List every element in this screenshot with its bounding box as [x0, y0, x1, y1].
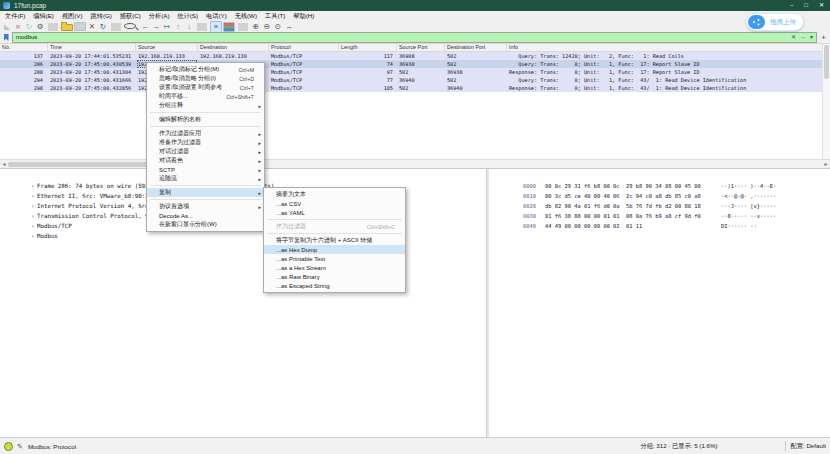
colorize-icon[interactable] [223, 22, 235, 32]
minimize-button[interactable]: – [790, 0, 793, 11]
context-menu-item[interactable]: Decode As... [147, 211, 264, 220]
toolbar-separator[interactable] [197, 23, 207, 31]
filter-bookmark-icon[interactable] [1, 33, 11, 42]
context-menu-item[interactable]: 在新窗口显示分组(W) [147, 220, 264, 229]
submenu-item[interactable]: 摘要为文本 [264, 190, 405, 199]
capture-options-icon[interactable]: ⚙ [35, 22, 45, 32]
go-first-icon[interactable]: ↑ [173, 22, 183, 32]
close-file-icon[interactable]: ✕ [87, 22, 97, 32]
hex-ascii: ··)1···· )··4··E· [721, 183, 776, 189]
context-menu-item[interactable]: 忽略/取消忽略 分组(I) Ctrl+D [147, 74, 264, 83]
stop-capture-icon[interactable]: ■ [13, 22, 23, 32]
column-header[interactable]: Destination Port [445, 43, 507, 51]
context-menu-item[interactable]: 协议首选项 [147, 202, 264, 211]
go-last-icon[interactable]: ↓ [184, 22, 194, 32]
go-back-icon[interactable]: ← [140, 22, 150, 32]
menubar-item[interactable]: 帮助(H) [293, 12, 314, 21]
packet-row[interactable]: 294 2023-09-20 17:45:00.431666 192.168.2… [0, 76, 830, 84]
packet-list-hscrollbar[interactable]: ◂ ▸ [0, 159, 830, 169]
packet-list-vscrollbar[interactable] [822, 43, 830, 159]
scroll-right-icon[interactable]: ▸ [822, 160, 830, 168]
maximize-button[interactable]: □ [804, 0, 808, 11]
menu-item-label: SCTP [159, 167, 175, 173]
zoom-out-icon[interactable]: ⊖ [262, 22, 272, 32]
submenu-item[interactable]: ...as Hex Dump [264, 245, 405, 254]
cell-no: 286 [0, 60, 48, 68]
zoom-in-icon[interactable]: ⊕ [251, 22, 261, 32]
packet-row[interactable]: 137 2023-09-20 17:44:01.535231 192.168.2… [0, 52, 830, 60]
hex-row[interactable]: 000000 0c 29 31 f6 b8 00 0c 29 b8 90 34 … [489, 171, 830, 181]
toolbar-separator[interactable] [111, 23, 121, 31]
pane-splitter[interactable] [486, 167, 489, 437]
capture-comment-icon[interactable]: ✎ [17, 443, 23, 450]
menubar-item[interactable]: 跳转(G) [91, 12, 112, 21]
auto-scroll-icon[interactable]: ≡ [210, 21, 222, 33]
menubar-item[interactable]: 无线(W) [235, 12, 257, 21]
filter-dropdown-icon[interactable]: ▾ [810, 33, 813, 42]
menubar-item[interactable]: 编辑(E) [33, 12, 54, 21]
restart-capture-icon[interactable]: ↻ [24, 22, 34, 32]
menubar-item[interactable]: 捕获(C) [120, 12, 141, 21]
context-menu-item[interactable]: 对话过滤器 [147, 147, 264, 156]
context-menu-item[interactable]: 设置/取消设置 时间参考 Ctrl+T [147, 83, 264, 92]
profile-label[interactable]: 配置: Default [791, 442, 826, 451]
submenu-item[interactable]: 将字节复制为十六进制 + ASCII 转储 [264, 236, 405, 245]
scroll-left-icon[interactable]: ◂ [0, 160, 8, 168]
context-menu-item[interactable]: 标记/取消标记 分组(M) Ctrl+M [147, 65, 264, 74]
submenu-item[interactable]: ...as CSV [264, 199, 405, 208]
menubar-item[interactable]: 分析(A) [149, 12, 170, 21]
context-menu-item[interactable]: 分组注释 [147, 101, 264, 110]
packet-row[interactable]: 288 2023-09-20 17:45:00.431304 192.168.2… [0, 68, 830, 76]
context-menu-item[interactable]: 时间平移... Ctrl+Shift+T [147, 92, 264, 101]
find-packet-icon[interactable] [124, 23, 136, 29]
submenu-item[interactable]: ...as YAML [264, 208, 405, 217]
menubar-item[interactable]: 电话(Y) [206, 12, 227, 21]
display-filter-input[interactable]: modbus ✕ → ▾ [12, 32, 817, 43]
column-header[interactable]: Source Port [397, 43, 445, 51]
menubar-item[interactable]: 统计(S) [177, 12, 198, 21]
menubar-item[interactable]: 文件(F) [5, 12, 25, 21]
submenu-item[interactable]: ...as Escaped String [264, 281, 405, 290]
context-menu-item[interactable]: 作为过滤器应用 [147, 129, 264, 138]
column-header[interactable]: Destination [198, 43, 269, 51]
open-file-icon[interactable] [61, 24, 73, 31]
go-to-packet-icon[interactable]: ↦ [162, 22, 172, 32]
save-file-icon[interactable] [74, 22, 86, 31]
go-forward-icon[interactable]: → [151, 22, 161, 32]
column-header[interactable]: Time [48, 43, 136, 51]
resize-columns-icon[interactable]: ↔ [284, 22, 294, 32]
start-capture-icon[interactable]: ◣ [2, 22, 12, 32]
column-header[interactable]: Info [507, 43, 830, 51]
filter-apply-icon[interactable]: → [800, 33, 806, 42]
filter-value: modbus [13, 33, 37, 42]
hex-bytes: 01 f6 38 88 00 00 01 01 08 0a 76 b9 a8 c… [545, 211, 721, 221]
context-menu-item[interactable]: 复制 [147, 188, 264, 197]
upload-button[interactable]: 拖拽上传 [746, 13, 804, 31]
cell-source-port: 36908 [397, 52, 445, 60]
expert-info-icon[interactable] [4, 442, 13, 451]
column-header[interactable]: Length [339, 43, 397, 51]
column-header[interactable]: Source [136, 43, 198, 51]
zoom-reset-icon[interactable]: ⊙ [273, 22, 283, 32]
column-header[interactable]: No. [0, 43, 48, 51]
toolbar-separator[interactable] [48, 23, 58, 31]
packet-row[interactable]: 298 2023-09-20 17:45:00.432856 192.168.2… [0, 84, 830, 92]
menubar-item[interactable]: 工具(T) [265, 12, 285, 21]
column-header[interactable]: Protocol [269, 43, 339, 51]
context-menu-item[interactable]: 追随流 [147, 174, 264, 183]
submenu-item[interactable]: ...as Raw Binary [264, 272, 405, 281]
submenu-item[interactable]: 作为过滤器 Ctrl+Shift+C [264, 222, 405, 231]
filter-clear-icon[interactable]: ✕ [791, 33, 796, 42]
context-menu-item[interactable]: 对话着色 [147, 156, 264, 165]
context-menu-item[interactable]: 编辑解析的名称 [147, 115, 264, 124]
context-menu-item[interactable]: SCTP [147, 165, 264, 174]
submenu-item[interactable]: ...as a Hex Stream [264, 263, 405, 272]
toolbar-separator[interactable] [238, 23, 248, 31]
close-button[interactable]: ✕ [819, 0, 824, 11]
submenu-item[interactable]: ...as Printable Text [264, 254, 405, 263]
context-menu-item[interactable]: 准备作为过滤器 [147, 138, 264, 147]
filter-add-button[interactable]: + [819, 33, 828, 42]
menubar-item[interactable]: 视图(V) [62, 12, 83, 21]
packet-row[interactable]: 286 2023-09-20 17:45:00.430539 192.168.2… [0, 60, 830, 68]
reload-icon[interactable]: ↻ [98, 22, 108, 32]
